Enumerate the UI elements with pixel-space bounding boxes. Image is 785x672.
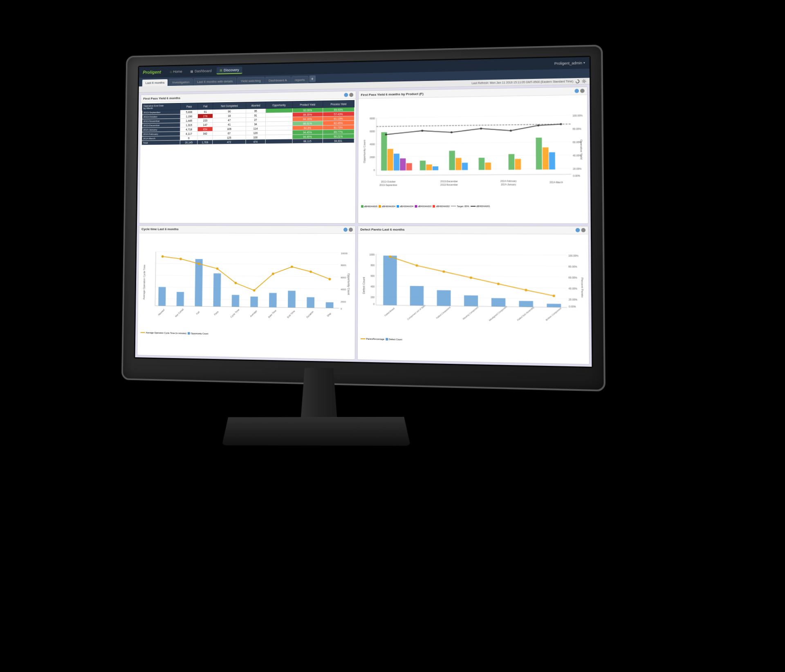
panel-content-pareto: Defect Count Percent Pareto 10: [357, 234, 589, 364]
svg-text:Missing Component: Missing Component: [462, 305, 479, 320]
svg-text:2000: 2000: [341, 300, 346, 302]
svg-text:Cycle Time: Cycle Time: [230, 308, 240, 318]
th-product-yield: Product Yield: [292, 101, 323, 108]
svg-point-83: [235, 282, 237, 284]
svg-rect-37: [542, 147, 548, 169]
user-menu[interactable]: Proligent_admin ▾: [554, 61, 585, 66]
svg-text:Fail: Fail: [196, 310, 200, 315]
panel-pareto-settings-icon[interactable]: [581, 228, 585, 232]
tab-last-6-months[interactable]: Last 6 months: [142, 79, 168, 87]
svg-rect-30: [455, 158, 461, 170]
panel-fpyield-chart: First Pass Yield 6 months by Product (F)…: [357, 87, 588, 224]
panel-cycle-settings-icon[interactable]: [348, 227, 352, 231]
legend-item-6: dBH004A001: [470, 205, 490, 207]
svg-point-133: [552, 294, 555, 297]
svg-line-8: [376, 155, 571, 157]
svg-text:6000: 6000: [370, 130, 375, 132]
svg-point-2: [582, 79, 585, 83]
panel-first-pass-yield: First Pass Yield 6 months Operative End: [139, 91, 356, 223]
tab-yield-watching[interactable]: Yield watching: [237, 77, 265, 85]
svg-text:Opportunity Count: Opportunity Count: [363, 140, 366, 163]
panel-chart-info-icon[interactable]: [574, 89, 579, 93]
svg-rect-70: [177, 292, 184, 306]
svg-text:0: 0: [373, 169, 375, 171]
legend-defect-count: Defect Count: [386, 338, 402, 341]
tab-investigation[interactable]: Investigation: [169, 78, 193, 86]
svg-rect-21: [381, 132, 387, 170]
svg-point-79: [161, 255, 164, 258]
th-process-yield: Process Yield: [323, 100, 354, 108]
svg-text:2013-September: 2013-September: [379, 184, 397, 186]
svg-text:Duration: Duration: [306, 310, 314, 318]
panel-pareto-info-icon[interactable]: [576, 228, 580, 232]
svg-rect-31: [462, 163, 467, 170]
panel-title-fpyield-chart: First Pass Yield 6 months by Product (F): [361, 92, 423, 97]
svg-text:6000: 6000: [341, 276, 346, 278]
svg-text:End Time: End Time: [287, 309, 296, 318]
svg-point-44: [509, 130, 511, 132]
svg-rect-78: [326, 302, 334, 308]
svg-rect-120: [383, 255, 397, 305]
legend-item-1: dBH004A005: [361, 205, 378, 208]
svg-text:10000: 10000: [341, 252, 348, 254]
svg-rect-72: [213, 273, 221, 306]
svg-text:2014-February: 2014-February: [500, 180, 516, 182]
svg-text:2013-October: 2013-October: [381, 180, 395, 183]
svg-text:Opportunity Count: Opportunity Count: [347, 273, 350, 295]
nav-dashboard[interactable]: ▦ Dashboard: [187, 67, 215, 74]
svg-rect-71: [195, 259, 203, 306]
svg-rect-74: [250, 296, 258, 307]
svg-marker-0: [575, 81, 576, 82]
svg-rect-22: [387, 149, 393, 170]
svg-rect-36: [536, 138, 542, 170]
svg-rect-23: [393, 154, 399, 170]
svg-rect-75: [269, 293, 277, 307]
svg-rect-125: [519, 301, 533, 307]
pareto-chart: Defect Count Percent Pareto 10: [359, 235, 588, 340]
last-refresh-text: Last Refresh: Mon Jan 11 2016 15:11:05 G…: [471, 80, 573, 85]
panel-content-cycle: Average Operation Cycle Time Opportunity…: [137, 233, 355, 359]
svg-line-60: [155, 275, 339, 277]
svg-rect-77: [307, 297, 314, 308]
svg-text:40.00%: 40.00%: [568, 287, 577, 290]
tab-add-button[interactable]: +: [309, 76, 316, 82]
svg-rect-35: [515, 159, 521, 170]
tab-last-6-months-details[interactable]: Last 6 months with details: [194, 77, 237, 85]
monitor-stand-neck: [298, 368, 339, 421]
panel-cycle-time: Cycle time Last 6 months Average Operati…: [137, 225, 355, 360]
th-month: Operative End Dateby Month: [142, 103, 181, 110]
svg-point-42: [450, 131, 452, 133]
svg-text:4000: 4000: [369, 143, 375, 146]
th-opportunity: Opportunity: [265, 101, 292, 109]
nav-discovery[interactable]: ⊞ Discovery: [217, 67, 242, 74]
svg-rect-76: [288, 291, 296, 307]
refresh-icon[interactable]: [575, 79, 580, 83]
svg-point-130: [469, 276, 472, 279]
panel-cycle-info-icon[interactable]: [343, 227, 348, 231]
panel-title-cycle: Cycle time Last 6 months: [141, 227, 179, 231]
svg-text:80.00%: 80.00%: [572, 128, 581, 130]
svg-point-129: [442, 270, 445, 273]
tab-reports[interactable]: reports: [291, 76, 308, 83]
svg-text:Aborted: Aborted: [158, 308, 165, 316]
svg-line-106: [376, 286, 567, 288]
panel-header-cycle: Cycle time Last 6 months: [139, 226, 355, 234]
svg-text:Ship: Ship: [326, 312, 332, 317]
svg-line-103: [376, 254, 566, 255]
nav-home[interactable]: ⌂ Home: [167, 68, 186, 75]
panel-info-icon[interactable]: [344, 93, 348, 97]
svg-rect-121: [410, 286, 424, 305]
panel-header-pareto: Defect Pareto Last 6 months: [358, 226, 588, 234]
svg-text:Misaligned Component: Misaligned Component: [488, 305, 508, 321]
svg-point-132: [525, 289, 527, 291]
panel-chart-settings-icon[interactable]: [580, 89, 585, 93]
svg-point-43: [480, 128, 482, 130]
svg-text:40.00%: 40.00%: [572, 154, 581, 157]
svg-text:100.00%: 100.00%: [572, 114, 582, 117]
th-aborted: Aborted: [246, 102, 265, 109]
settings-icon[interactable]: [582, 79, 586, 83]
svg-text:Pass: Pass: [213, 310, 219, 316]
tab-dashboard-a[interactable]: Dashboard A: [265, 76, 290, 84]
th-pass: Pass: [180, 103, 198, 110]
panel-settings-icon[interactable]: [349, 93, 353, 97]
